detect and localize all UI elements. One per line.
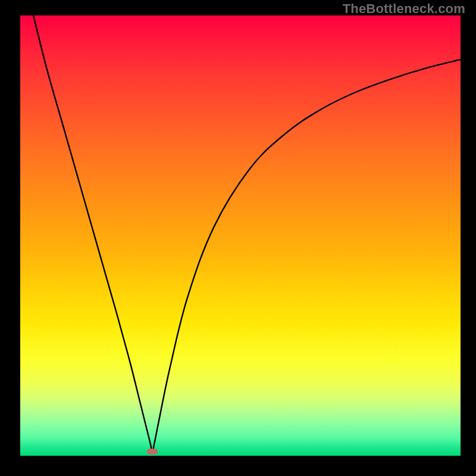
watermark-text: TheBottleneck.com bbox=[343, 1, 465, 17]
plot-area bbox=[20, 15, 461, 456]
curve-svg bbox=[20, 15, 461, 456]
min-marker bbox=[147, 449, 158, 455]
bottleneck-curve bbox=[33, 15, 461, 452]
chart-frame: TheBottleneck.com bbox=[0, 0, 476, 476]
